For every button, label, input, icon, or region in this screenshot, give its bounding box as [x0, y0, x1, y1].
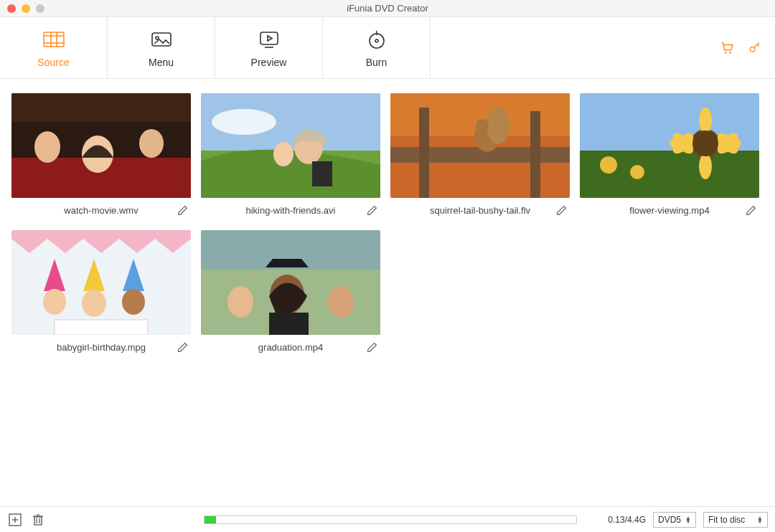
- svg-point-10: [370, 34, 384, 48]
- svg-rect-20: [11, 93, 191, 122]
- video-item[interactable]: hiking-with-friends.avi: [201, 93, 380, 220]
- video-item[interactable]: watch-movie.wmv: [11, 93, 191, 220]
- zoom-window-button[interactable]: [36, 4, 44, 13]
- tab-menu-label: Menu: [149, 57, 174, 68]
- disc-type-select[interactable]: DVD5 ▲▼: [653, 512, 696, 528]
- pencil-icon[interactable]: [555, 204, 568, 217]
- tab-preview-label: Preview: [251, 57, 287, 68]
- disc-usage-text: 0.13/4.4G: [608, 515, 646, 525]
- tab-source[interactable]: Source: [0, 17, 108, 78]
- pencil-icon[interactable]: [745, 204, 758, 217]
- svg-point-11: [375, 39, 378, 42]
- disc-usage-fill: [205, 516, 216, 523]
- svg-point-63: [227, 286, 253, 318]
- svg-point-23: [212, 109, 276, 135]
- tab-preview[interactable]: Preview: [215, 17, 323, 78]
- tab-burn-label: Burn: [366, 57, 388, 68]
- window-title: iFunia DVD Creator: [0, 3, 775, 14]
- disc-usage-bar: [204, 516, 577, 524]
- video-thumbnail: [201, 230, 380, 335]
- key-icon[interactable]: [748, 41, 762, 55]
- svg-point-17: [34, 131, 60, 163]
- video-item[interactable]: squirrel-tail-bushy-tail.flv: [390, 93, 570, 220]
- svg-point-55: [82, 290, 106, 317]
- tab-source-label: Source: [37, 57, 69, 68]
- minimize-window-button[interactable]: [22, 4, 30, 13]
- add-button[interactable]: [7, 512, 23, 528]
- video-item[interactable]: graduation.mp4: [201, 230, 380, 357]
- disc-type-value: DVD5: [658, 515, 681, 525]
- svg-rect-7: [260, 32, 278, 44]
- pencil-icon[interactable]: [366, 341, 379, 353]
- video-item[interactable]: flower-viewing.mp4: [580, 93, 759, 220]
- fit-mode-value: Fit to disc: [708, 515, 745, 525]
- stepper-icon: ▲▼: [685, 516, 691, 523]
- svg-point-13: [729, 52, 731, 54]
- svg-point-19: [139, 129, 164, 158]
- svg-point-14: [750, 47, 755, 52]
- svg-point-47: [600, 156, 617, 174]
- svg-rect-68: [34, 517, 42, 525]
- cart-icon[interactable]: [719, 40, 735, 56]
- fit-mode-select[interactable]: Fit to disc ▲▼: [703, 512, 768, 528]
- pencil-icon[interactable]: [177, 204, 189, 217]
- video-thumbnail: [390, 93, 570, 198]
- titlebar: iFunia DVD Creator: [0, 0, 775, 17]
- video-thumbnail: [201, 93, 380, 198]
- video-filename: hiking-with-friends.avi: [246, 205, 336, 216]
- svg-rect-62: [269, 313, 309, 335]
- video-filename: flower-viewing.mp4: [629, 205, 709, 216]
- svg-point-46: [692, 130, 718, 156]
- video-thumbnail: [580, 93, 759, 198]
- video-filename: watch-movie.wmv: [64, 205, 138, 216]
- preview-play-icon: [258, 28, 281, 51]
- burn-disc-icon: [365, 28, 388, 51]
- svg-point-42: [699, 153, 712, 179]
- svg-point-12: [725, 52, 727, 54]
- video-filename: babygirl-birthday.mpg: [57, 342, 146, 353]
- svg-rect-57: [55, 320, 148, 335]
- video-filename: squirrel-tail-bushy-tail.flv: [430, 205, 530, 216]
- stepper-icon: ▲▼: [757, 516, 763, 523]
- svg-point-56: [122, 289, 145, 315]
- svg-point-48: [630, 165, 644, 179]
- video-grid: watch-movie.wmv: [11, 93, 764, 357]
- top-nav: Source Menu Preview: [0, 17, 775, 79]
- menu-template-icon: [150, 28, 173, 51]
- svg-rect-30: [419, 108, 429, 198]
- svg-point-26: [273, 142, 293, 166]
- svg-rect-25: [312, 161, 332, 186]
- video-thumbnail: [11, 93, 191, 198]
- svg-point-38: [699, 108, 712, 133]
- tab-burn[interactable]: Burn: [323, 17, 431, 78]
- svg-rect-0: [44, 32, 64, 47]
- svg-rect-31: [530, 111, 540, 198]
- video-item[interactable]: babygirl-birthday.mpg: [11, 230, 191, 357]
- bottom-toolbar: 0.13/4.4G DVD5 ▲▼ Fit to disc ▲▼: [0, 506, 775, 532]
- window-controls: [0, 4, 44, 13]
- svg-marker-8: [268, 36, 272, 41]
- pencil-icon[interactable]: [366, 204, 379, 217]
- trash-button[interactable]: [30, 512, 46, 528]
- svg-point-54: [43, 289, 66, 315]
- svg-rect-5: [152, 33, 171, 46]
- video-filename: graduation.mp4: [258, 342, 323, 353]
- svg-point-6: [156, 37, 159, 39]
- svg-point-64: [328, 286, 354, 318]
- svg-marker-61: [266, 259, 309, 267]
- source-grid-area: watch-movie.wmv: [0, 79, 775, 506]
- svg-point-33: [487, 107, 509, 144]
- filmstrip-icon: [42, 28, 65, 51]
- pencil-icon[interactable]: [177, 341, 189, 353]
- tab-menu[interactable]: Menu: [108, 17, 215, 78]
- video-thumbnail: [11, 230, 191, 335]
- close-window-button[interactable]: [7, 4, 16, 13]
- svg-rect-29: [390, 147, 570, 163]
- svg-point-34: [476, 119, 489, 132]
